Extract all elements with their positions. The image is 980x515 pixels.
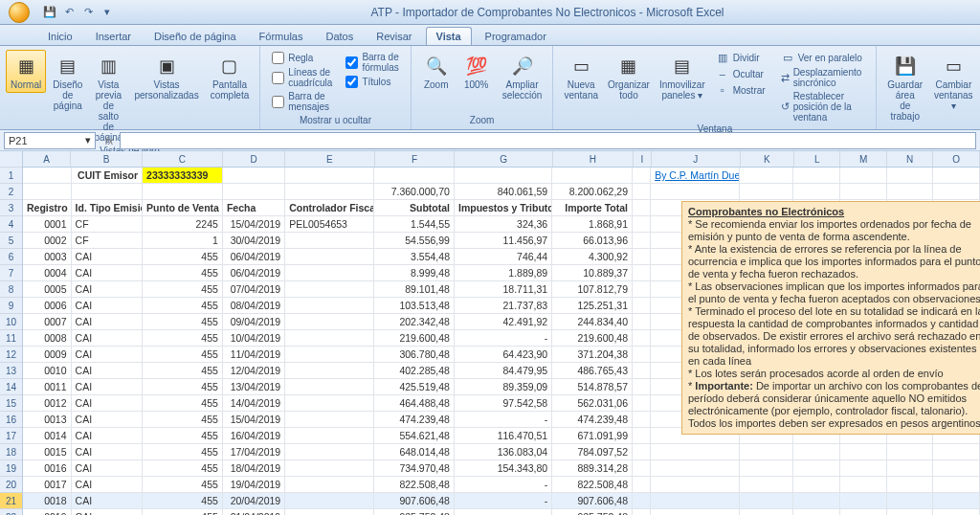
cell[interactable]: 0012 xyxy=(23,395,72,412)
cell[interactable]: 0014 xyxy=(23,428,72,444)
cell[interactable]: 125.251,31 xyxy=(552,298,633,314)
cell[interactable] xyxy=(887,168,934,184)
ribbon-checkbox[interactable]: Regla xyxy=(272,52,332,64)
cell[interactable]: 474.239,48 xyxy=(374,412,455,428)
name-box[interactable]: P21▾ xyxy=(4,132,96,149)
row-header[interactable]: 3 xyxy=(0,200,22,216)
office-button[interactable] xyxy=(0,0,38,25)
col-header[interactable]: O xyxy=(933,151,980,167)
cell[interactable]: - xyxy=(455,330,552,347)
cell[interactable] xyxy=(651,460,740,477)
cell[interactable] xyxy=(887,477,934,493)
cell[interactable]: CAI xyxy=(72,395,144,412)
row-header[interactable]: 9 xyxy=(0,298,22,314)
row-header[interactable]: 20 xyxy=(0,477,22,493)
cell[interactable] xyxy=(633,168,651,184)
cell[interactable]: 306.780,48 xyxy=(374,347,455,363)
cell[interactable]: 107.812,79 xyxy=(552,281,633,298)
ribbon-btn[interactable]: ▦Normal xyxy=(6,50,46,93)
cell[interactable]: 7.360.000,70 xyxy=(374,184,455,200)
cell[interactable]: CF xyxy=(72,216,144,233)
col-header[interactable]: J xyxy=(652,151,741,167)
cell[interactable]: 8.999,48 xyxy=(374,265,455,281)
cell[interactable]: 0013 xyxy=(23,412,72,428)
cell[interactable] xyxy=(793,509,840,515)
row-header[interactable]: 7 xyxy=(0,265,22,281)
row-header[interactable]: 11 xyxy=(0,330,22,347)
cell[interactable] xyxy=(285,265,374,281)
cell[interactable]: 11.456,97 xyxy=(455,233,552,249)
cell[interactable]: 54.556,99 xyxy=(374,233,455,249)
cell[interactable] xyxy=(23,168,72,184)
ribbon-btn[interactable]: 🔍Zoom xyxy=(417,50,456,93)
cell[interactable]: 202.342,48 xyxy=(374,314,455,330)
cell[interactable]: 66.013,96 xyxy=(552,233,633,249)
cell[interactable]: 822.508,48 xyxy=(552,477,633,493)
cell[interactable] xyxy=(740,509,793,515)
cell[interactable]: 455 xyxy=(143,395,223,412)
cell[interactable]: 16/04/2019 xyxy=(223,428,285,444)
cell[interactable] xyxy=(633,200,651,216)
cell[interactable]: CAI xyxy=(72,477,144,493)
col-header[interactable]: I xyxy=(634,151,652,167)
cell[interactable] xyxy=(887,444,934,460)
ribbon-btn[interactable]: ▣Vistaspersonalizadas xyxy=(129,50,203,103)
cell[interactable] xyxy=(455,168,552,184)
cell[interactable] xyxy=(793,168,840,184)
cell[interactable] xyxy=(633,216,651,233)
tab-insertar[interactable]: Insertar xyxy=(86,28,141,45)
cell[interactable] xyxy=(840,184,887,200)
cell[interactable]: 554.621,48 xyxy=(374,428,455,444)
save-icon[interactable]: 💾 xyxy=(42,5,57,20)
cell[interactable] xyxy=(223,184,285,200)
row-header[interactable]: 16 xyxy=(0,412,22,428)
cell[interactable]: 455 xyxy=(143,330,223,347)
cell[interactable]: 455 xyxy=(143,363,223,379)
col-header[interactable]: H xyxy=(553,151,634,167)
cell[interactable]: 89.101,48 xyxy=(374,281,455,298)
ribbon-btn[interactable]: ▤Diseñode página xyxy=(48,50,87,114)
cell[interactable] xyxy=(285,379,374,395)
cell[interactable]: 12/04/2019 xyxy=(223,363,285,379)
cell[interactable] xyxy=(840,444,887,460)
cell[interactable]: 13/04/2019 xyxy=(223,379,285,395)
cell[interactable]: 8.200.062,29 xyxy=(552,184,633,200)
cell[interactable] xyxy=(633,395,651,412)
cell[interactable]: CAI xyxy=(72,249,144,265)
cell[interactable]: Id. Tipo Emisión xyxy=(72,200,144,216)
cell[interactable] xyxy=(933,444,980,460)
tab-datos[interactable]: Datos xyxy=(316,28,363,45)
cell[interactable]: 1.544,55 xyxy=(374,216,455,233)
cell[interactable] xyxy=(740,184,793,200)
ribbon-checkbox[interactable]: Títulos xyxy=(345,76,398,88)
cell[interactable]: Controlador Fiscal xyxy=(285,200,374,216)
cell[interactable] xyxy=(285,330,374,347)
cell[interactable] xyxy=(552,168,633,184)
cell[interactable] xyxy=(740,460,793,477)
cell[interactable] xyxy=(633,460,651,477)
cell[interactable]: 17/04/2019 xyxy=(223,444,285,460)
row-header[interactable]: 13 xyxy=(0,363,22,379)
cell[interactable]: 09/04/2019 xyxy=(223,314,285,330)
cell[interactable] xyxy=(651,493,740,509)
row-header[interactable]: 10 xyxy=(0,314,22,330)
cell[interactable]: CAI xyxy=(72,412,144,428)
cell[interactable]: 371.204,38 xyxy=(552,347,633,363)
cell[interactable]: CAI xyxy=(72,281,144,298)
ribbon-checkbox[interactable]: Líneas de cuadrícula xyxy=(272,67,332,88)
ribbon-small-btn[interactable]: ↺Restablecer posición de la ventana xyxy=(777,90,871,123)
cell[interactable]: 0007 xyxy=(23,314,72,330)
cell[interactable]: 23333333339 xyxy=(143,168,223,184)
cell[interactable] xyxy=(740,493,793,509)
cell[interactable] xyxy=(633,233,651,249)
row-header[interactable]: 14 xyxy=(0,379,22,395)
row-header[interactable]: 8 xyxy=(0,281,22,298)
cell[interactable]: Importe Total xyxy=(552,200,633,216)
cell[interactable]: 0008 xyxy=(23,330,72,347)
cell[interactable] xyxy=(72,184,144,200)
cell[interactable]: Impuestos y Tributos xyxy=(455,200,552,216)
cell[interactable] xyxy=(285,168,374,184)
cell[interactable] xyxy=(793,460,840,477)
ribbon-btn[interactable]: ▭Nuevaventana xyxy=(559,50,603,103)
cell[interactable]: 455 xyxy=(143,379,223,395)
